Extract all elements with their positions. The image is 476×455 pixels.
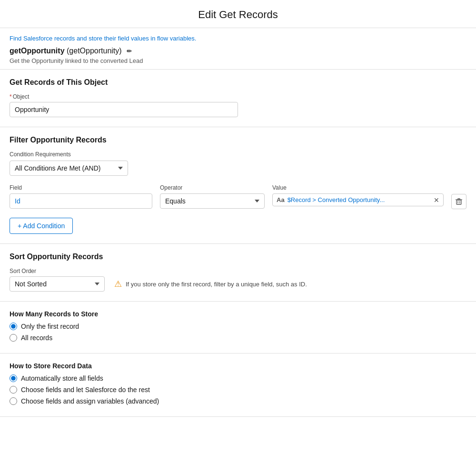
edit-name-icon[interactable]: ✏	[127, 48, 132, 55]
condition-row: Field Operator EqualsNot Equal ToGreater…	[10, 184, 466, 209]
radio-assign-vars[interactable]	[10, 397, 17, 405]
trash-icon	[455, 198, 463, 205]
svg-rect-0	[456, 200, 461, 204]
condition-requirements-label: Condition Requirements	[10, 151, 466, 158]
sort-section-title: Sort Opportunity Records	[10, 253, 466, 261]
required-marker: *	[10, 93, 12, 100]
add-condition-button[interactable]: + Add Condition	[10, 218, 73, 234]
radio-auto-store[interactable]	[10, 374, 17, 382]
radio-choose-sf[interactable]	[10, 386, 17, 394]
condition-operator-group: Operator EqualsNot Equal ToGreater ThanL…	[160, 184, 265, 209]
how-many-section: How Many Records to Store Only the first…	[0, 302, 476, 354]
store-assign-label: Choose fields and assign variables (adva…	[21, 397, 159, 405]
operator-col-label: Operator	[160, 184, 265, 191]
filter-section: Filter Opportunity Records Condition Req…	[0, 127, 476, 244]
warning-icon: ⚠	[114, 279, 122, 289]
condition-field-group: Field	[10, 184, 152, 209]
field-input[interactable]	[10, 193, 152, 209]
how-many-option-first[interactable]: Only the first record	[10, 323, 466, 330]
how-to-store-title: How to Store Record Data	[10, 362, 466, 370]
store-option-choose-sf[interactable]: Choose fields and let Salesforce do the …	[10, 386, 466, 394]
how-many-title: How Many Records to Store	[10, 310, 466, 318]
sort-order-dropdown[interactable]: Not SortedAscendingDescending	[10, 276, 105, 292]
value-text: $Record > Converted Opportunity...	[288, 196, 431, 203]
store-auto-label: Automatically store all fields	[21, 374, 103, 382]
sort-order-label: Sort Order	[10, 268, 466, 274]
how-many-option-all[interactable]: All records	[10, 334, 466, 342]
value-col-label: Value	[272, 184, 444, 191]
value-clear-button[interactable]: ✕	[434, 197, 439, 203]
subtitle-text: Find Salesforce records and store their …	[10, 35, 466, 42]
field-col-label: Field	[10, 184, 152, 191]
sort-row: Not SortedAscendingDescending ⚠ If you s…	[10, 276, 466, 292]
value-type-icon: Aa	[277, 196, 285, 203]
object-field-label: *Object	[10, 93, 466, 100]
value-container: Aa $Record > Converted Opportunity... ✕	[272, 193, 444, 206]
header-meta: Find Salesforce records and store their …	[0, 28, 476, 70]
object-input[interactable]	[10, 102, 238, 117]
page-header: Edit Get Records	[0, 0, 476, 28]
page-title: Edit Get Records	[0, 9, 476, 21]
store-option-assign[interactable]: Choose fields and assign variables (adva…	[10, 397, 466, 405]
get-records-section: Get Records of This Object *Object	[0, 70, 476, 127]
radio-all-records[interactable]	[10, 334, 17, 342]
condition-value-group: Value Aa $Record > Converted Opportunity…	[272, 184, 444, 206]
condition-requirements-dropdown[interactable]: All Conditions Are Met (AND)Any Conditio…	[10, 161, 128, 176]
record-api-name: (getOpportunity)	[67, 47, 122, 55]
how-to-store-section: How to Store Record Data Automatically s…	[0, 354, 476, 417]
sort-section: Sort Opportunity Records Sort Order Not …	[0, 244, 476, 302]
store-option-auto[interactable]: Automatically store all fields	[10, 374, 466, 382]
record-name: getOpportunity (getOpportunity) ✏	[10, 47, 466, 55]
delete-condition-button[interactable]	[451, 194, 466, 209]
how-many-all-label: All records	[21, 334, 52, 342]
get-records-title: Get Records of This Object	[10, 78, 466, 87]
warning-text: If you store only the first record, filt…	[126, 281, 307, 288]
operator-dropdown[interactable]: EqualsNot Equal ToGreater ThanLess ThanG…	[160, 193, 265, 209]
how-many-first-label: Only the first record	[21, 323, 79, 330]
radio-first-record[interactable]	[10, 323, 17, 330]
sort-warning: ⚠ If you store only the first record, fi…	[114, 279, 307, 289]
filter-section-title: Filter Opportunity Records	[10, 136, 466, 144]
record-description: Get the Opportunity linked to the conver…	[10, 57, 466, 64]
record-name-bold: getOpportunity	[10, 47, 65, 55]
store-choose-sf-label: Choose fields and let Salesforce do the …	[21, 386, 150, 394]
add-condition-label: + Add Condition	[18, 222, 65, 230]
